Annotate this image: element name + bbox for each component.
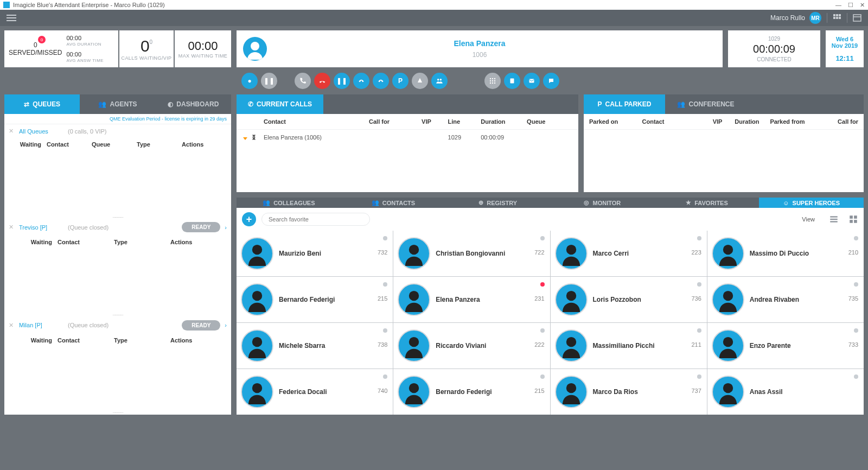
status-dot bbox=[383, 282, 387, 287]
person-ext: 722 bbox=[534, 249, 544, 256]
tab-favorites[interactable]: ★FAVORITES bbox=[655, 198, 760, 208]
record-button[interactable]: ● bbox=[241, 73, 258, 89]
tab-colleagues[interactable]: 👥COLLEAGUES bbox=[237, 198, 341, 208]
hdr-line: Line bbox=[448, 118, 481, 125]
app-icon bbox=[3, 2, 10, 8]
svg-point-13 bbox=[494, 78, 495, 79]
person-card[interactable]: Michele Sbarra738 bbox=[237, 323, 393, 369]
person-card[interactable]: Elena Panzera231 bbox=[393, 277, 550, 322]
minimize-button[interactable]: — bbox=[835, 2, 841, 8]
user-menu[interactable]: Marco Rullo MR bbox=[770, 12, 821, 24]
status-dot bbox=[697, 374, 701, 379]
park-button[interactable]: P bbox=[392, 73, 409, 89]
svg-point-43 bbox=[566, 383, 576, 393]
keypad-button[interactable] bbox=[484, 73, 501, 89]
svg-rect-4 bbox=[836, 17, 838, 19]
transfer-button[interactable] bbox=[353, 73, 369, 89]
person-card[interactable]: Andrea Rivaben735 bbox=[707, 277, 864, 322]
current-calls-tabs: ✆CURRENT CALLS bbox=[237, 94, 578, 114]
chevron-right-icon[interactable]: › bbox=[225, 224, 227, 231]
person-ext: 222 bbox=[534, 341, 544, 348]
tab-current-calls[interactable]: ✆CURRENT CALLS bbox=[237, 94, 323, 114]
svg-point-38 bbox=[409, 337, 419, 347]
person-card[interactable]: Massimiliano Picchi211 bbox=[551, 323, 707, 369]
person-card[interactable]: Enzo Parente733 bbox=[707, 323, 864, 369]
tab-conference[interactable]: 👥CONFERENCE bbox=[665, 94, 746, 114]
hdr-duration: Duration bbox=[481, 118, 527, 125]
queue-row-treviso[interactable]: ✕ Treviso [P] (Queue closed) READY › bbox=[4, 219, 231, 236]
stat-served-missed: 0 SERVED/MISSED 0 00:00AVG DURATION 00:0… bbox=[4, 30, 118, 67]
camp-button[interactable] bbox=[412, 73, 428, 89]
tab-super-heroes[interactable]: ☺SUPER HEROES bbox=[759, 198, 864, 208]
gauge-icon: ◐ bbox=[168, 100, 173, 108]
tab-monitor[interactable]: ◎MONITOR bbox=[550, 198, 655, 208]
list-view-icon[interactable] bbox=[829, 214, 839, 224]
license-note: QME Evaluation Period - license is expir… bbox=[4, 114, 231, 124]
close-button[interactable]: ✕ bbox=[860, 2, 865, 9]
tab-contacts[interactable]: 👥CONTACTS bbox=[341, 198, 446, 208]
tab-registry[interactable]: ⊕REGISTRY bbox=[445, 198, 550, 208]
chevron-right-icon[interactable]: › bbox=[225, 322, 227, 328]
hdr-queue: Queue bbox=[92, 141, 137, 148]
smile-icon: ☺ bbox=[783, 200, 789, 206]
hold-button[interactable]: ❚❚ bbox=[334, 73, 350, 89]
person-avatar bbox=[241, 237, 273, 270]
add-favorite-button[interactable]: + bbox=[242, 212, 256, 226]
hangup-button[interactable] bbox=[314, 73, 330, 89]
chat-button[interactable] bbox=[543, 73, 559, 89]
hdr-contact: Contact bbox=[47, 141, 92, 148]
tab-dashboard-label: DASHBOARD bbox=[176, 100, 219, 108]
person-card[interactable]: Marco Da Rios737 bbox=[551, 369, 707, 415]
apps-icon[interactable] bbox=[833, 14, 841, 22]
maximize-button[interactable]: ☐ bbox=[848, 2, 853, 9]
person-card[interactable]: Federica Docali740 bbox=[237, 369, 393, 415]
caller-name: Elena Panzera bbox=[454, 39, 506, 48]
call-row[interactable]: Elena Panzera (1006) 1029 00:00:09 bbox=[237, 130, 578, 145]
ready-button[interactable]: READY bbox=[182, 222, 220, 232]
tab-dashboard[interactable]: ◐DASHBOARD bbox=[156, 94, 231, 114]
conference-button[interactable] bbox=[431, 73, 448, 89]
queue-row-milan[interactable]: ✕ Milan [P] (Queue closed) READY › bbox=[4, 317, 231, 334]
calendar-icon[interactable] bbox=[853, 14, 861, 22]
answer-button[interactable] bbox=[295, 73, 311, 89]
svg-point-29 bbox=[252, 245, 262, 255]
email-button[interactable] bbox=[524, 73, 540, 89]
person-card[interactable]: Bernardo Federigi215 bbox=[393, 369, 550, 415]
avg-duration-value: 00:00 bbox=[66, 35, 103, 41]
person-card[interactable]: Loris Pozzobon736 bbox=[551, 277, 707, 322]
person-card[interactable]: Massimo Di Puccio210 bbox=[707, 231, 864, 276]
people-icon: 👥 bbox=[677, 100, 685, 108]
tab-parked-label: CALL PARKED bbox=[605, 100, 652, 108]
person-card[interactable]: Marco Cerri223 bbox=[551, 231, 707, 276]
menu-icon[interactable] bbox=[7, 15, 16, 21]
person-card[interactable]: Maurizio Beni732 bbox=[237, 231, 393, 276]
drag-handle[interactable] bbox=[4, 411, 231, 415]
person-card[interactable]: Riccardo Viviani222 bbox=[393, 323, 550, 369]
svg-point-30 bbox=[409, 245, 419, 255]
queue-all-row[interactable]: ✕ All Queues (0 calls, 0 VIP) bbox=[4, 124, 231, 138]
close-icon[interactable]: ✕ bbox=[9, 322, 14, 329]
ready-button[interactable]: READY bbox=[182, 320, 220, 331]
tab-parked[interactable]: PCALL PARKED bbox=[584, 94, 665, 114]
tab-agents[interactable]: 👥AGENTS bbox=[80, 94, 155, 114]
hdr-vip: VIP bbox=[422, 118, 448, 125]
close-icon[interactable]: ✕ bbox=[9, 128, 14, 135]
person-card[interactable]: Anas Assil bbox=[707, 369, 864, 415]
svg-rect-26 bbox=[854, 215, 857, 219]
person-ext: 215 bbox=[534, 388, 544, 394]
close-icon[interactable]: ✕ bbox=[9, 224, 14, 231]
blind-transfer-button[interactable] bbox=[373, 73, 389, 89]
tab-super-heroes-label: SUPER HEROES bbox=[793, 200, 840, 206]
note-button[interactable] bbox=[504, 73, 520, 89]
search-input[interactable] bbox=[261, 213, 370, 226]
pause-record-button[interactable]: ❚❚ bbox=[261, 73, 277, 89]
person-name: Federica Docali bbox=[279, 388, 327, 396]
person-card[interactable]: Christian Bongiovanni722 bbox=[393, 231, 550, 276]
hdr-actions: Actions bbox=[170, 337, 227, 344]
target-icon: ◎ bbox=[584, 199, 589, 206]
tab-queues[interactable]: ⇄QUEUES bbox=[4, 94, 80, 114]
grid-view-icon[interactable] bbox=[848, 214, 858, 224]
svg-point-31 bbox=[566, 245, 576, 255]
svg-rect-1 bbox=[836, 14, 838, 16]
person-card[interactable]: Bernardo Federigi215 bbox=[237, 277, 393, 322]
